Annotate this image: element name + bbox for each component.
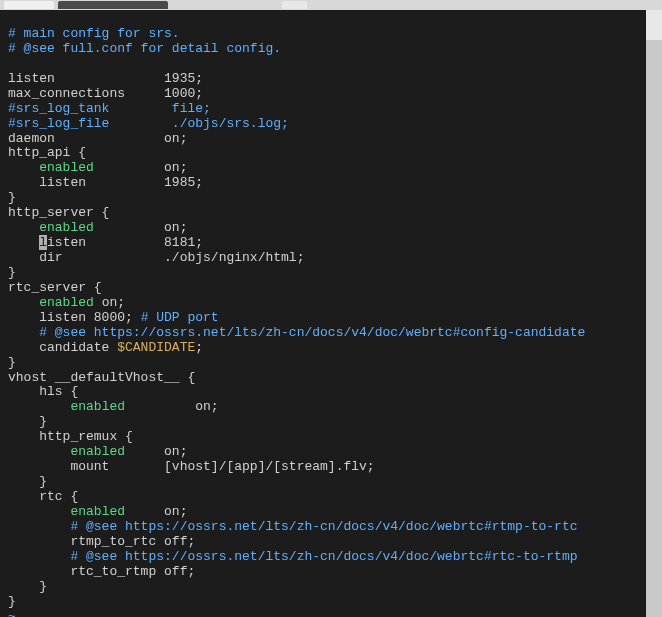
tab-bar (0, 0, 662, 10)
code-line: enabled on; (8, 161, 654, 176)
code-line: candidate $CANDIDATE; (8, 341, 654, 356)
code-line: enabled on; (8, 505, 654, 520)
scroll-thumb[interactable] (646, 40, 662, 617)
code-line: listen 8181; (8, 236, 654, 251)
code-line: # @see https://ossrs.net/lts/zh-cn/docs/… (8, 520, 654, 535)
code-line: enabled on; (8, 221, 654, 236)
tab-small[interactable] (282, 1, 307, 9)
code-line: mount [vhost]/[app]/[stream].flv; (8, 460, 654, 475)
scrollbar[interactable] (646, 10, 662, 617)
code-line: } (8, 356, 654, 371)
code-line: dir ./objs/nginx/html; (8, 251, 654, 266)
code-line (8, 57, 654, 72)
code-line: } (8, 191, 654, 206)
code-line: listen 1985; (8, 176, 654, 191)
code-line: vhost __defaultVhost__ { (8, 371, 654, 386)
code-line: hls { (8, 385, 654, 400)
code-line: http_server { (8, 206, 654, 221)
code-line: http_api { (8, 146, 654, 161)
code-line: } (8, 595, 654, 610)
code-line: rtc_to_rtmp off; (8, 565, 654, 580)
code-line: enabled on; (8, 445, 654, 460)
code-line: rtc_server { (8, 281, 654, 296)
code-line: enabled on; (8, 296, 654, 311)
code-line: } (8, 266, 654, 281)
code-line: # main config for srs. (8, 27, 654, 42)
code-line: ~ (8, 610, 654, 618)
code-line: #srs_log_tank file; (8, 102, 654, 117)
code-line: # @see full.conf for detail config. (8, 42, 654, 57)
code-line: # @see https://ossrs.net/lts/zh-cn/docs/… (8, 326, 654, 341)
code-line: listen 1935; (8, 72, 654, 87)
code-line: } (8, 475, 654, 490)
tab-inactive[interactable] (4, 1, 54, 9)
code-line: } (8, 415, 654, 430)
code-line: daemon on; (8, 132, 654, 147)
code-line: listen 8000; # UDP port (8, 311, 654, 326)
code-line: #srs_log_file ./objs/srs.log; (8, 117, 654, 132)
code-line: rtmp_to_rtc off; (8, 535, 654, 550)
code-line: } (8, 580, 654, 595)
tab-active[interactable] (58, 1, 168, 9)
code-editor[interactable]: # main config for srs.# @see full.conf f… (0, 10, 662, 617)
code-line: rtc { (8, 490, 654, 505)
code-line: # @see https://ossrs.net/lts/zh-cn/docs/… (8, 550, 654, 565)
code-line: max_connections 1000; (8, 87, 654, 102)
code-line: http_remux { (8, 430, 654, 445)
code-line: enabled on; (8, 400, 654, 415)
